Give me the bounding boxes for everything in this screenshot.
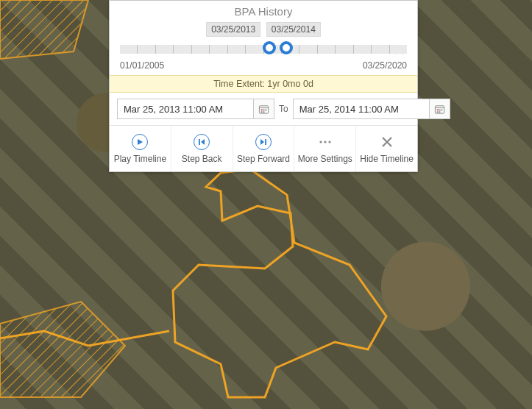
to-date-picker-button[interactable] xyxy=(429,99,450,118)
range-min-label: 01/01/2005 xyxy=(120,60,164,71)
from-date-picker-button[interactable] xyxy=(253,99,274,118)
play-button-label: Play Timeline xyxy=(113,154,168,164)
selected-date-badges: 03/25/2013 03/25/2014 xyxy=(110,19,417,38)
close-icon xyxy=(380,135,394,149)
step-back-button[interactable]: Step Back xyxy=(171,126,233,171)
svg-rect-16 xyxy=(199,139,200,145)
time-slider-panel: BPA History 03/25/2013 03/25/2014 01/01/… xyxy=(109,0,418,172)
play-icon xyxy=(136,138,143,146)
from-date-input[interactable] xyxy=(118,99,253,118)
svg-point-18 xyxy=(319,141,322,143)
range-end-badge: 03/25/2014 xyxy=(266,22,321,37)
to-date-input[interactable] xyxy=(294,99,429,118)
calendar-icon xyxy=(258,104,269,115)
calendar-icon xyxy=(434,104,445,115)
svg-rect-7 xyxy=(261,111,263,113)
svg-rect-17 xyxy=(265,139,266,145)
svg-rect-8 xyxy=(263,111,265,113)
svg-rect-6 xyxy=(265,109,266,110)
step-back-label: Step Back xyxy=(174,154,230,164)
step-forward-button[interactable]: Step Forward xyxy=(233,126,295,171)
play-timeline-button[interactable]: Play Timeline xyxy=(110,126,171,171)
slider-handle-end[interactable] xyxy=(280,41,293,54)
step-forward-label: Step Forward xyxy=(236,154,291,164)
svg-rect-14 xyxy=(436,111,438,113)
svg-point-20 xyxy=(328,141,330,143)
panel-title: BPA History xyxy=(110,1,417,19)
svg-point-19 xyxy=(324,141,326,143)
hide-timeline-button[interactable]: Hide Timeline xyxy=(356,126,417,171)
svg-rect-15 xyxy=(439,111,440,113)
timeline-slider[interactable] xyxy=(120,40,407,59)
svg-rect-5 xyxy=(263,109,265,110)
to-date-field[interactable] xyxy=(293,99,450,119)
slider-range-labels: 01/01/2005 03/25/2020 xyxy=(120,60,407,71)
to-label: To xyxy=(279,104,288,114)
range-max-label: 03/25/2020 xyxy=(363,60,407,71)
hide-timeline-label: Hide Timeline xyxy=(359,154,414,164)
svg-rect-12 xyxy=(439,109,440,110)
slider-handle-start[interactable] xyxy=(263,41,276,54)
step-forward-icon xyxy=(260,138,267,146)
more-settings-button[interactable]: More Settings xyxy=(294,126,356,171)
svg-rect-11 xyxy=(436,109,438,110)
svg-rect-4 xyxy=(261,109,263,110)
step-back-icon xyxy=(198,138,205,146)
time-extent-bar: Time Extent: 1yr 0mo 0d xyxy=(110,75,417,93)
from-date-field[interactable] xyxy=(117,99,274,119)
more-settings-label: More Settings xyxy=(297,154,352,164)
range-start-badge: 03/25/2013 xyxy=(206,22,260,37)
svg-rect-13 xyxy=(441,109,442,110)
ellipsis-icon xyxy=(317,134,333,150)
